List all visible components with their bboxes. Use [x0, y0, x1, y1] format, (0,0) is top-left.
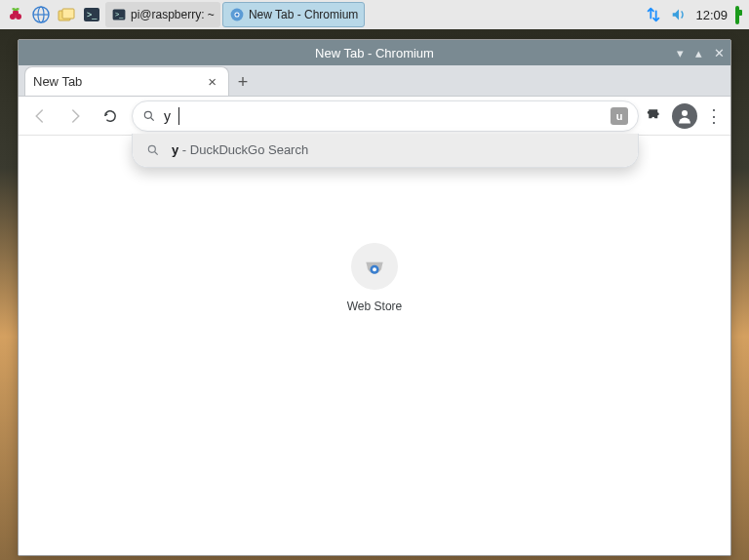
- svg-text:>_: >_: [115, 10, 124, 19]
- window-maximize-button[interactable]: ▴: [695, 46, 702, 60]
- arrow-right-icon: [66, 107, 84, 125]
- os-taskbar: >_ >_ pi@raspberry: ~ New Tab - Chromium…: [0, 0, 749, 29]
- omnibox-suggestions: y - DuckDuckGo Search: [132, 134, 639, 168]
- suggestion-text: y - DuckDuckGo Search: [172, 142, 308, 157]
- window-close-button[interactable]: ✕: [714, 46, 725, 60]
- svg-point-17: [148, 145, 155, 152]
- suggestion-row[interactable]: y - DuckDuckGo Search: [133, 134, 638, 167]
- svg-text:>_: >_: [87, 10, 98, 20]
- svg-point-15: [144, 111, 151, 118]
- battery-icon[interactable]: [735, 8, 739, 22]
- svg-point-21: [373, 267, 376, 271]
- reload-button[interactable]: [97, 102, 124, 130]
- back-button[interactable]: [26, 102, 54, 130]
- web-store-icon: [362, 254, 387, 279]
- omnibox-text: y: [164, 108, 171, 124]
- tab-strip: New Tab × +: [19, 65, 730, 97]
- tab-title: New Tab: [33, 74, 82, 89]
- raspberry-menu-icon[interactable]: [4, 3, 27, 26]
- omnibox-container: y u y - DuckDuckGo Search: [132, 100, 639, 132]
- terminal-icon: >_: [111, 7, 127, 22]
- reload-icon: [101, 107, 119, 125]
- toolbar-right: ⋮: [647, 103, 723, 129]
- browser-tab[interactable]: New Tab ×: [24, 66, 229, 96]
- extensions-button[interactable]: [647, 107, 664, 125]
- tab-close-button[interactable]: ×: [204, 73, 220, 90]
- omnibox[interactable]: y u: [132, 100, 639, 132]
- taskbar-item-label: New Tab - Chromium: [249, 8, 358, 21]
- shortcut-label: Web Store: [347, 300, 402, 313]
- svg-line-16: [151, 117, 154, 120]
- window-controls: ▾ ▴ ✕: [677, 40, 725, 65]
- shortcut-icon-web-store: [351, 243, 398, 290]
- taskbar-item-terminal[interactable]: >_ pi@raspberry: ~: [105, 2, 220, 27]
- ublock-badge[interactable]: u: [611, 107, 628, 125]
- web-browser-icon[interactable]: [29, 3, 53, 26]
- svg-rect-7: [62, 9, 74, 19]
- terminal-launcher-icon[interactable]: >_: [80, 3, 103, 26]
- network-icon[interactable]: [645, 6, 662, 23]
- search-icon: [146, 143, 160, 157]
- system-tray: 12:09: [645, 6, 745, 23]
- browser-toolbar: y u y - DuckDuckGo Search ⋮: [19, 97, 730, 136]
- forward-button[interactable]: [61, 102, 89, 130]
- profile-avatar-button[interactable]: [672, 103, 697, 129]
- file-manager-icon[interactable]: [55, 3, 78, 26]
- svg-line-18: [155, 151, 158, 154]
- ntp-shortcut[interactable]: Web Store: [347, 243, 402, 313]
- window-title: New Tab - Chromium: [315, 46, 434, 60]
- volume-icon[interactable]: [670, 6, 688, 23]
- arrow-left-icon: [31, 107, 49, 125]
- window-minimize-button[interactable]: ▾: [677, 46, 684, 60]
- person-icon: [676, 107, 693, 125]
- chromium-icon: [229, 7, 245, 22]
- clock[interactable]: 12:09: [695, 8, 728, 22]
- chromium-window: New Tab - Chromium ▾ ▴ ✕ New Tab × + y: [18, 39, 731, 556]
- window-titlebar[interactable]: New Tab - Chromium ▾ ▴ ✕: [19, 40, 730, 65]
- puzzle-icon: [647, 107, 664, 125]
- text-caret: [178, 107, 179, 125]
- search-icon: [142, 109, 156, 123]
- taskbar-item-chromium[interactable]: New Tab - Chromium: [222, 2, 365, 27]
- new-tab-page: Web Store: [19, 136, 730, 555]
- taskbar-item-label: pi@raspberry: ~: [131, 8, 215, 21]
- svg-point-14: [235, 13, 238, 16]
- svg-point-19: [682, 110, 688, 116]
- new-tab-button[interactable]: +: [229, 68, 256, 96]
- chrome-menu-button[interactable]: ⋮: [705, 105, 723, 127]
